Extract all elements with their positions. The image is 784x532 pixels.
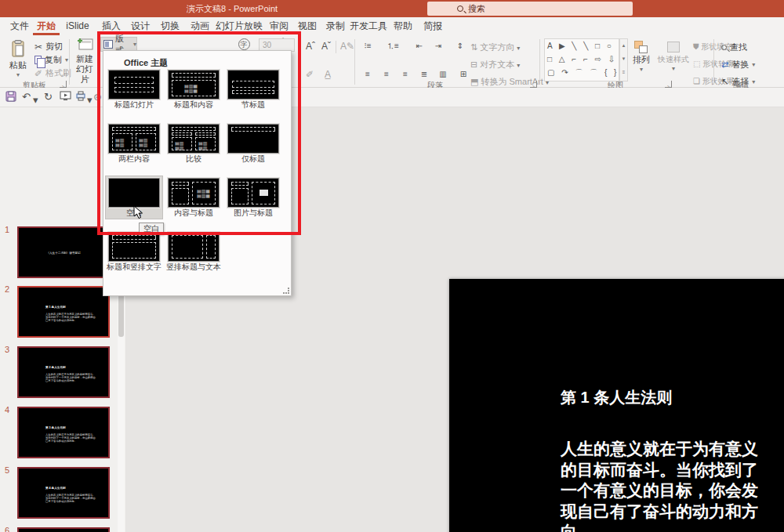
layout-thumb-picture-with-caption [227, 178, 279, 208]
decrease-font-button[interactable]: Aˇ [321, 41, 331, 52]
tab-animations[interactable]: 动画 [186, 17, 214, 35]
quick-styles-icon [667, 42, 680, 52]
bullets-button[interactable]: ⁝≡ [359, 40, 376, 53]
text-direction-button[interactable]: ⇅ 文字方向 ▾ [470, 42, 520, 53]
shapes-row2-icons: □ △ ⌐ ⌐ ⇨ ⇩ [547, 52, 619, 66]
clipboard-icon [11, 40, 25, 57]
window-title: 演示文稿8 - PowerPoint [187, 3, 278, 15]
phonetic-guide-button[interactable]: 字 [235, 38, 252, 51]
tab-view[interactable]: 视图 [293, 17, 321, 35]
tab-help[interactable]: 帮助 [389, 17, 417, 35]
layout-item-content-with-caption[interactable]: ▤▥▦▤▥▦ 内容与标题 [165, 176, 222, 219]
paragraph-dialog-launcher[interactable] [530, 81, 537, 88]
increase-font-button[interactable]: Aˆ [306, 41, 315, 52]
copy-caret-icon: ▾ [65, 56, 68, 63]
layout-thumb-title-slide [108, 70, 160, 100]
layout-thumb-title-and-vertical-text [108, 232, 160, 262]
search-icon [457, 5, 463, 12]
underline-pen-button[interactable]: ✐ [306, 69, 314, 80]
increase-indent-button[interactable]: ⇥ [430, 40, 447, 53]
shapes-row1-icons: A ▶ ╲ ╲ □ ○ [547, 39, 619, 52]
new-slide-button[interactable]: 新建 幻灯片 [72, 38, 97, 85]
slide-thumbnail-2[interactable]: 第 1 条人生法则 人生的意义就在于为有意义的目标而奋斗。当你找到了一个有意义的… [17, 286, 110, 338]
paste-caret-icon: ▾ [5, 71, 31, 78]
layout-item-two-content[interactable]: ▤▥▤▥ ▤▥▤▥ 两栏内容 [106, 122, 162, 165]
slide-body-text[interactable]: 人生的意义就在于为有意义 的目标而奋斗。当你找到了 一个有意义的目标，你会发 现… [561, 439, 758, 532]
layout-dropdown-menu: Office 主题 标题幻灯片 ▤▥▦▤▥▦ 标题和内容 节标题 ▤▥▤▥ ▤▥… [103, 50, 292, 296]
slide-number: 5 [5, 465, 16, 475]
align-center-button[interactable]: ≡ [378, 68, 395, 81]
layout-item-comparison[interactable]: ▤▥▤▥ ▤▥▤▥ 比较 [165, 122, 222, 165]
align-left-button[interactable]: ≡ [359, 68, 376, 81]
start-slideshow-icon[interactable] [60, 91, 71, 101]
shapes-gallery[interactable]: A ▶ ╲ ╲ □ ○ □ △ ⌐ ⌐ ⇨ ⇩ ▢ ↷ ⌒ ⌒ { } [544, 38, 619, 81]
slide-thumbnail-4[interactable]: 第 3 条人生法则 人生的意义就在于为有意义的目标而奋斗。当你找到了一个有意义的… [17, 407, 110, 458]
replace-button[interactable]: ⇄ 替换 ▾ [721, 59, 755, 71]
layout-thumb-section-header [227, 70, 279, 100]
clipboard-dialog-launcher[interactable] [60, 81, 67, 88]
layout-item-title-slide[interactable]: 标题幻灯片 [106, 68, 162, 110]
tab-islide[interactable]: iSlide [61, 17, 94, 35]
paste-button[interactable]: 粘贴 ▾ [5, 38, 31, 85]
shapes-row3-icons: ▢ ↷ ⌒ ⌒ { } [547, 66, 619, 79]
cut-button[interactable]: ✂ 剪切 [34, 40, 63, 53]
search-input[interactable]: 搜索 [427, 2, 633, 16]
tab-file[interactable]: 文件 [6, 17, 33, 35]
drawing-dialog-launcher[interactable] [665, 81, 672, 88]
layout-item-vertical-title-and-text[interactable]: 竖排标题与文本 [165, 230, 222, 273]
layout-item-title-only[interactable]: 仅标题 [225, 122, 281, 165]
slide-number: 1 [5, 225, 16, 234]
smartart-icon: ⬒ [470, 77, 478, 86]
slide-thumbnail-3[interactable]: 第 2 条人生法则 人生的意义就在于为有意义的目标而奋斗。当你找到了一个有意义的… [17, 346, 110, 398]
quick-print-icon[interactable] [75, 91, 86, 101]
shapes-gallery-scroll[interactable]: ▲ ▼ ≡ [619, 38, 628, 81]
layout-item-title-and-vertical-text[interactable]: 标题和竖排文字 [106, 230, 162, 273]
undo-icon[interactable]: ↶ [22, 91, 31, 103]
convert-smartart-button[interactable]: ⬒ 转换为 SmartArt ▾ [470, 76, 549, 88]
slide-title-text[interactable]: 第 1 条人生法则 [561, 387, 672, 408]
quick-styles-button[interactable]: 快速样式 ▾ [657, 38, 690, 85]
shape-outline-icon: ⬚ [693, 60, 700, 68]
scroll-up-icon[interactable]: ▲ [620, 39, 627, 52]
layout-menu-header: Office 主题 [124, 57, 168, 69]
slide-thumbnail-1[interactable]: 《人生十二法则》读书笔记 [17, 226, 110, 278]
layout-thumb-title-and-content: ▤▥▦▤▥▦ [168, 70, 220, 100]
tab-slideshow[interactable]: 幻灯片放映 [215, 17, 263, 35]
layout-item-picture-with-caption[interactable]: 图片与标题 [225, 176, 281, 219]
title-bar: 演示文稿8 - PowerPoint 搜索 [0, 0, 784, 17]
tab-briefing[interactable]: 简报 [419, 17, 447, 35]
find-button[interactable]: 查找 [721, 42, 747, 53]
find-icon [721, 45, 727, 50]
tab-record[interactable]: 录制 [321, 17, 350, 35]
tab-review[interactable]: 审阅 [265, 17, 293, 35]
redo-icon[interactable]: ↻ [44, 91, 53, 103]
clear-formatting-button[interactable]: A✎ [340, 41, 354, 52]
align-text-button[interactable]: ⊟ 对齐文本 ▾ [470, 59, 520, 71]
scroll-more-icon[interactable]: ≡ [620, 66, 627, 79]
layout-item-title-and-content[interactable]: ▤▥▦▤▥▦ 标题和内容 [165, 68, 222, 110]
qat-more-icon[interactable]: ⊜ [93, 91, 102, 103]
layout-caret-icon: ▾ [133, 41, 136, 48]
undo-caret-icon[interactable]: ▾ [33, 94, 38, 106]
replace-icon: ⇄ [721, 60, 728, 70]
tab-home[interactable]: 开始 [33, 17, 60, 35]
save-icon[interactable] [5, 91, 16, 102]
quick-print-caret-icon[interactable]: ▾ [87, 94, 93, 106]
decrease-indent-button[interactable]: ⇤ [411, 40, 428, 53]
tab-transitions[interactable]: 切换 [156, 17, 184, 35]
copy-button[interactable]: 复制 ▾ [34, 53, 68, 67]
slide-thumbnail-5[interactable]: 第 4 条人生法则 人生的意义就在于为有意义的目标而奋斗。当你找到了一个有意义的… [17, 467, 110, 519]
current-slide[interactable]: 第 1 条人生法则 人生的意义就在于为有意义 的目标而奋斗。当你找到了 一个有意… [449, 279, 784, 532]
numbering-button[interactable]: ⒈≡ [384, 40, 401, 53]
slide-thumbnail-6[interactable]: 第 5 条人生法则 人生的意义就在于为有意义的目标而奋斗。当你找到了一个有意义的… [17, 527, 110, 532]
character-underline-button[interactable]: A̲ [325, 69, 331, 80]
format-painter-button[interactable]: ✐ 格式刷 [34, 67, 71, 80]
layout-thumb-comparison: ▤▥▤▥ ▤▥▤▥ [168, 124, 220, 154]
scroll-down-icon[interactable]: ▼ [620, 52, 627, 66]
tab-developer[interactable]: 开发工具 [350, 17, 387, 35]
arrange-button[interactable]: 排列 ▾ [629, 38, 654, 85]
layout-item-section-header[interactable]: 节标题 [225, 68, 281, 110]
menu-resize-handle[interactable] [283, 288, 289, 294]
line-spacing-button[interactable]: ⇕ [452, 40, 469, 53]
layout-icon [103, 40, 113, 49]
